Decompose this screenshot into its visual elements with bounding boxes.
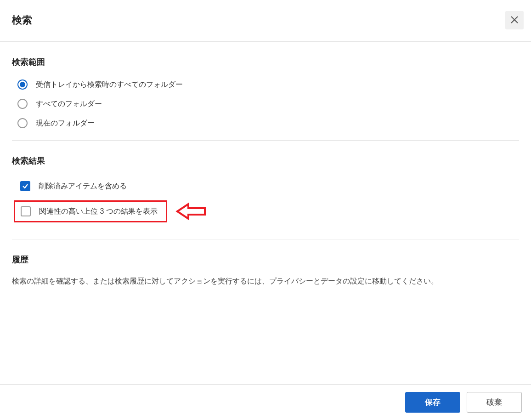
section-title-scope: 検索範囲 — [12, 57, 519, 68]
radio-scope-all-folders[interactable]: すべてのフォルダー — [17, 99, 519, 109]
radio-icon — [17, 99, 28, 109]
radio-icon — [17, 79, 28, 90]
checkbox-top3-relevant[interactable]: 関連性の高い上位 3 つの結果を表示 — [18, 202, 160, 221]
section-divider — [12, 239, 519, 239]
checkbox-label: 削除済みアイテムを含める — [39, 182, 127, 191]
dialog-footer: 保存 破棄 — [0, 384, 531, 420]
section-history: 履歴 検索の詳細を確認する、または検索履歴に対してアクションを実行するには、プラ… — [0, 254, 531, 287]
radio-icon — [17, 118, 28, 128]
section-title-results: 検索結果 — [12, 155, 519, 166]
discard-button[interactable]: 破棄 — [467, 392, 522, 413]
save-button[interactable]: 保存 — [405, 392, 460, 413]
radio-label: 現在のフォルダー — [36, 119, 95, 128]
checkbox-label: 関連性の高い上位 3 つの結果を表示 — [39, 207, 158, 216]
dialog-header: 検索 — [0, 0, 531, 38]
header-divider — [0, 41, 531, 42]
section-title-history: 履歴 — [12, 254, 519, 265]
section-divider — [12, 140, 519, 141]
annotation-highlight-box: 関連性の高い上位 3 つの結果を表示 — [14, 200, 167, 222]
checkbox-include-deleted[interactable]: 削除済みアイテムを含める — [17, 178, 519, 194]
history-description: 検索の詳細を確認する、または検索履歴に対してアクションを実行するには、プライバシ… — [12, 275, 519, 287]
checkbox-icon — [21, 206, 31, 216]
radio-label: 受信トレイから検索時のすべてのフォルダー — [36, 80, 183, 90]
close-icon — [510, 15, 519, 26]
radio-scope-current-folder[interactable]: 現在のフォルダー — [17, 118, 519, 128]
dialog-title: 検索 — [12, 13, 32, 27]
radio-label: すべてのフォルダー — [36, 99, 102, 109]
checkbox-icon — [20, 181, 30, 191]
close-button[interactable] — [505, 11, 524, 29]
section-search-scope: 検索範囲 受信トレイから検索時のすべてのフォルダー すべてのフォルダー 現在のフ… — [0, 57, 531, 141]
section-search-results: 検索結果 削除済みアイテムを含める 関連性の高い上位 3 つの結果を表示 — [0, 155, 531, 239]
radio-scope-inbox-all-folders[interactable]: 受信トレイから検索時のすべてのフォルダー — [17, 79, 519, 90]
annotation-arrow-left-icon — [175, 202, 208, 221]
